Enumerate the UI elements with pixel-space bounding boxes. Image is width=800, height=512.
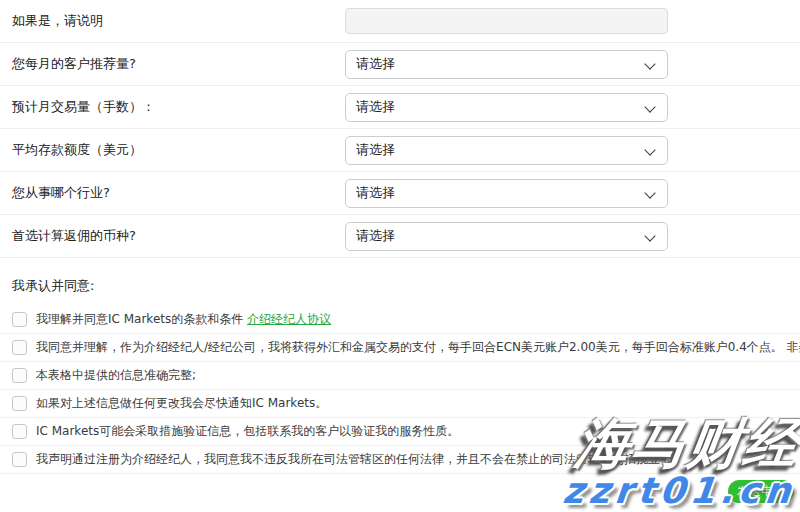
form-row-if-yes: 如果是，请说明 (0, 0, 800, 43)
field-label: 如果是，请说明 (12, 12, 345, 30)
form-row-rebate-currency: 首选计算返佣的币种? 请选择 (0, 215, 800, 258)
terms-checkbox[interactable] (12, 312, 27, 327)
field-label: 平均存款额度（美元） (12, 141, 345, 159)
field-label: 预计月交易量（手数）： (12, 98, 345, 116)
agreement-text: 本表格中提供的信息准确完整; (36, 368, 196, 383)
agreement-text: 我声明通过注册为介绍经纪人，我同意我不违反我所在司法管辖区的任何法律，并且不会在… (36, 452, 672, 467)
form-row-monthly-referrals: 您每月的客户推荐量? 请选择 (0, 43, 800, 86)
select-value: 请选择 (356, 141, 395, 159)
agreement-text: 我同意并理解，作为介绍经纪人/经纪公司，我将获得外汇和金属交易的支付，每手回合E… (36, 340, 800, 355)
submit-row: 发送申请 (0, 474, 800, 503)
jurisdiction-checkbox[interactable] (12, 452, 27, 467)
industry-select[interactable]: 请选择 (345, 179, 668, 208)
agreement-text: IC Markets可能会采取措施验证信息，包括联系我的客户以验证我的服务性质。 (36, 424, 459, 439)
chevron-down-icon (644, 230, 655, 241)
chevron-down-icon (644, 144, 655, 155)
form-row-average-deposit: 平均存款额度（美元） 请选择 (0, 129, 800, 172)
field-label: 您从事哪个行业? (12, 184, 345, 202)
agreement-item-notify-changes: 如果对上述信息做任何更改我会尽快通知IC Markets。 (0, 390, 800, 418)
select-value: 请选择 (356, 184, 395, 202)
send-application-button[interactable]: 发送申请 (728, 480, 794, 503)
agreement-text: 我理解并同意IC Markets的条款和条件 介绍经纪人协议 (36, 312, 331, 327)
field-label: 您每月的客户推荐量? (12, 55, 345, 73)
form-row-monthly-volume: 预计月交易量（手数）： 请选择 (0, 86, 800, 129)
form-row-industry: 您从事哪个行业? 请选择 (0, 172, 800, 215)
select-value: 请选择 (356, 227, 395, 245)
monthly-referrals-select[interactable]: 请选择 (345, 50, 668, 79)
agreement-item-commission: 我同意并理解，作为介绍经纪人/经纪公司，我将获得外汇和金属交易的支付，每手回合E… (0, 334, 800, 362)
agreement-item-terms: 我理解并同意IC Markets的条款和条件 介绍经纪人协议 (0, 306, 800, 334)
commission-checkbox[interactable] (12, 340, 27, 355)
agreement-heading: 我承认并同意: (0, 258, 800, 306)
agreement-text: 如果对上述信息做任何更改我会尽快通知IC Markets。 (36, 396, 327, 411)
monthly-volume-select[interactable]: 请选择 (345, 93, 668, 122)
agreement-text-part: 我理解并同意IC Markets的条款和条件 (36, 312, 247, 326)
rebate-currency-select[interactable]: 请选择 (345, 222, 668, 251)
select-value: 请选择 (356, 55, 395, 73)
select-value: 请选择 (356, 98, 395, 116)
agreement-item-verification: IC Markets可能会采取措施验证信息，包括联系我的客户以验证我的服务性质。 (0, 418, 800, 446)
if-yes-explain-input[interactable] (345, 8, 668, 34)
average-deposit-select[interactable]: 请选择 (345, 136, 668, 165)
chevron-down-icon (644, 101, 655, 112)
accurate-info-checkbox[interactable] (12, 368, 27, 383)
chevron-down-icon (644, 58, 655, 69)
verification-checkbox[interactable] (12, 424, 27, 439)
notify-changes-checkbox[interactable] (12, 396, 27, 411)
agreement-item-accurate-info: 本表格中提供的信息准确完整; (0, 362, 800, 390)
agreement-item-jurisdiction: 我声明通过注册为介绍经纪人，我同意我不违反我所在司法管辖区的任何法律，并且不会在… (0, 446, 800, 474)
ib-agreement-link[interactable]: 介绍经纪人协议 (247, 312, 331, 326)
field-label: 首选计算返佣的币种? (12, 227, 345, 245)
chevron-down-icon (644, 187, 655, 198)
